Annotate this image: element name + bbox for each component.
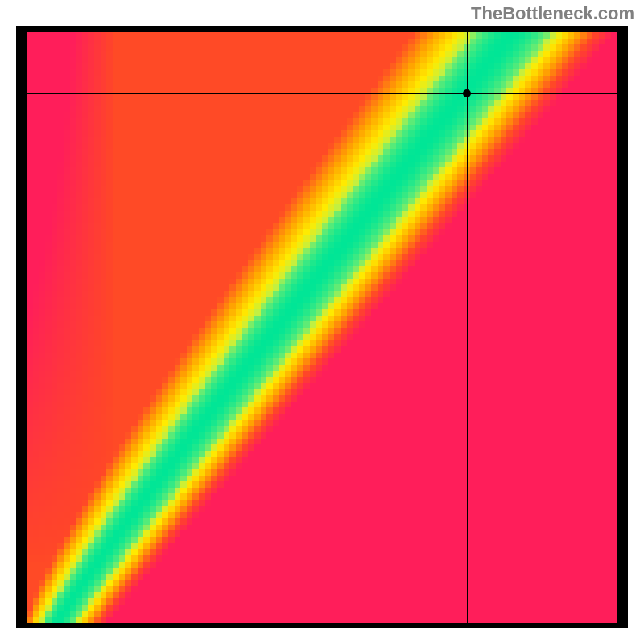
crosshair-horizontal: [27, 93, 617, 94]
plot-area: [27, 32, 617, 623]
marker-point-icon: [463, 89, 471, 97]
heatmap-canvas: [27, 32, 617, 623]
crosshair-vertical: [467, 32, 468, 623]
chart-frame: TheBottleneck.com: [0, 0, 644, 644]
watermark-text: TheBottleneck.com: [471, 3, 634, 24]
